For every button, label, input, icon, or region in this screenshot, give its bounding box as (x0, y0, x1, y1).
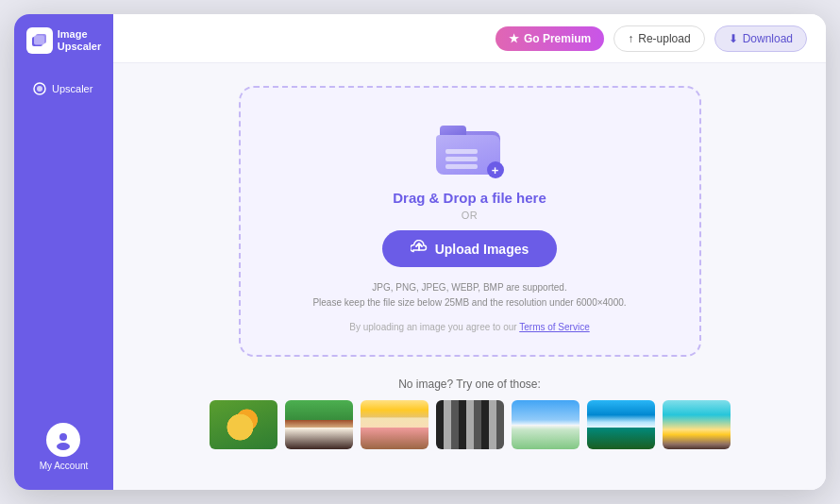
samples-section: No image? Try one of those: (239, 378, 701, 449)
content-area: + Drag & Drop a file here OR Upload Imag… (113, 63, 826, 490)
folder-doc-3 (445, 164, 478, 169)
upload-cloud-icon (411, 240, 428, 258)
go-premium-button[interactable]: ★ Go Premium (496, 26, 604, 51)
svg-point-4 (37, 86, 42, 92)
sample-thumb-4[interactable] (436, 400, 504, 449)
svg-rect-2 (34, 36, 44, 45)
reupload-icon: ↑ (628, 32, 633, 45)
sample-thumb-1[interactable] (210, 400, 277, 449)
folder-tab (440, 126, 466, 135)
svg-point-6 (57, 443, 70, 450)
sidebar-bottom: My Account (40, 423, 89, 471)
terms-of-service-link[interactable]: Terms of Service (519, 322, 589, 332)
folder-icon: + (436, 118, 504, 175)
folder-doc-1 (445, 149, 478, 154)
sample-thumb-6[interactable] (587, 400, 655, 449)
svg-point-5 (59, 433, 67, 441)
dropzone[interactable]: + Drag & Drop a file here OR Upload Imag… (239, 86, 701, 357)
sidebar: Image Upscaler Upscaler My Account (14, 14, 113, 490)
download-icon: ⬇ (729, 32, 738, 45)
plus-badge-icon: + (487, 161, 504, 178)
or-divider: OR (462, 210, 479, 221)
upload-button-label: Upload Images (435, 242, 529, 257)
topbar: ★ Go Premium ↑ Re-upload ⬇ Download (113, 14, 826, 63)
sidebar-item-upscaler[interactable]: Upscaler (24, 76, 104, 101)
folder-doc-2 (445, 157, 478, 161)
star-icon: ★ (509, 32, 519, 45)
reupload-label: Re-upload (638, 32, 690, 45)
samples-row (239, 400, 701, 449)
terms-text: By uploading an image you agree to our T… (349, 322, 589, 332)
app-logo: Image Upscaler (26, 27, 101, 54)
main-content: ★ Go Premium ↑ Re-upload ⬇ Download (113, 14, 826, 490)
account-label: My Account (40, 461, 89, 471)
premium-label: Go Premium (524, 32, 591, 45)
sample-thumb-3[interactable] (361, 400, 428, 449)
app-window: Image Upscaler Upscaler My Account (14, 14, 826, 490)
sample-thumb-2[interactable] (285, 400, 353, 449)
folder-docs (445, 149, 478, 169)
supported-formats-text: JPG, PNG, JPEG, WEBP, BMP are supported.… (312, 280, 626, 311)
sample-thumb-7[interactable] (663, 400, 731, 449)
download-label: Download (743, 32, 793, 45)
reupload-button[interactable]: ↑ Re-upload (613, 25, 704, 52)
samples-label: No image? Try one of those: (239, 378, 701, 391)
download-button[interactable]: ⬇ Download (714, 25, 807, 52)
drag-drop-text: Drag & Drop a file here (393, 190, 546, 206)
sample-thumb-5[interactable] (512, 400, 580, 449)
logo-text: Image Upscaler (58, 28, 101, 53)
account-avatar[interactable] (46, 423, 80, 457)
upload-images-button[interactable]: Upload Images (382, 230, 558, 267)
sidebar-item-label: Upscaler (52, 83, 92, 94)
logo-icon (26, 27, 53, 54)
